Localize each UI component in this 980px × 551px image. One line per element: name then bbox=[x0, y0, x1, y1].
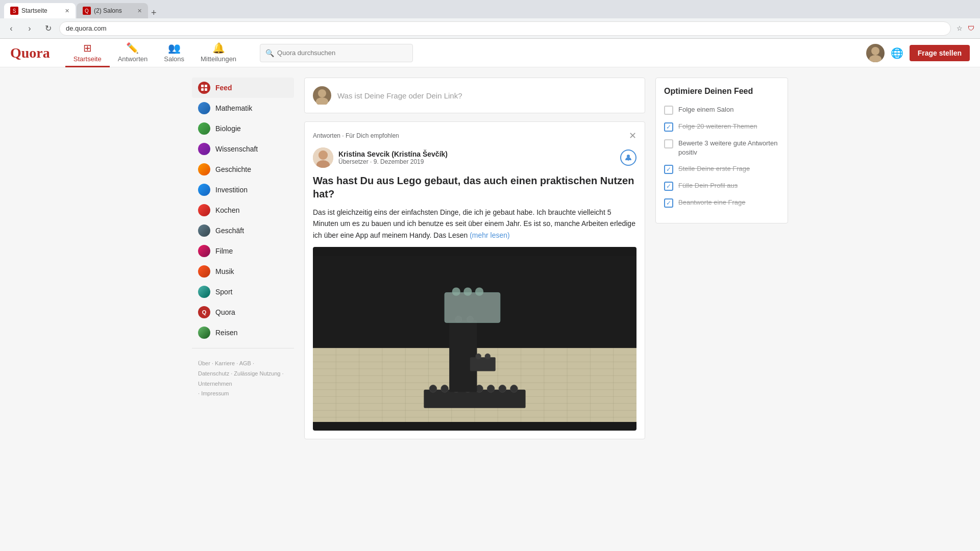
sidebar-item-investition[interactable]: Investition bbox=[192, 180, 294, 200]
author-role: Übersetzer bbox=[338, 158, 369, 165]
optimize-check-2[interactable] bbox=[664, 139, 673, 148]
sidebar-item-geschaeft[interactable]: Geschäft bbox=[192, 220, 294, 241]
tab-close-salons[interactable]: ✕ bbox=[137, 8, 142, 14]
sidebar-label-sport: Sport bbox=[215, 288, 232, 296]
question-title: Was hast Du aus Lego gebaut, das auch ei… bbox=[313, 174, 636, 201]
sidebar-item-kochen[interactable]: Kochen bbox=[192, 200, 294, 220]
sidebar-item-wissenschaft[interactable]: Wissenschaft bbox=[192, 139, 294, 159]
read-more-link[interactable]: (mehr lesen) bbox=[470, 231, 510, 239]
ask-box[interactable]: Was ist Deine Frage oder Dein Link? bbox=[304, 78, 645, 113]
film-icon bbox=[198, 245, 210, 257]
salons-icon: 👥 bbox=[168, 42, 181, 54]
sidebar-item-feed[interactable]: Feed bbox=[192, 78, 294, 98]
tab-label-startseite: Startseite bbox=[21, 7, 47, 14]
footer-link-impressum[interactable]: Impressum bbox=[201, 390, 229, 396]
lego-svg-image bbox=[313, 247, 636, 431]
home-icon: ⊞ bbox=[83, 42, 92, 54]
nav-label-mitteilungen: Mitteilungen bbox=[201, 55, 236, 63]
svg-point-11 bbox=[318, 151, 328, 160]
math-icon bbox=[198, 102, 210, 114]
page-layout: Feed Mathematik Biologie Wissenschaft Ge… bbox=[184, 67, 796, 449]
answer-card: Antworten · Für Dich empfohlen ✕ Kristin… bbox=[304, 121, 645, 439]
quora-sidebar-icon: Q bbox=[198, 306, 210, 318]
optimize-label-5: Beantworte eine Frage bbox=[678, 198, 746, 207]
bookmark-icon[interactable]: ☆ bbox=[955, 24, 964, 32]
browser-toolbar: ‹ › ↻ ☆ 🛡 bbox=[0, 18, 980, 39]
optimize-label-3: Stelle Deine erste Frage bbox=[678, 164, 750, 173]
language-icon[interactable]: 🌐 bbox=[891, 47, 903, 59]
optimize-label-2: Bewerte 3 weitere gute Antworten positiv bbox=[678, 139, 779, 157]
optimize-check-0[interactable] bbox=[664, 106, 673, 115]
optimize-item-5: ✓ Beantworte eine Frage bbox=[664, 198, 779, 208]
ask-box-placeholder[interactable]: Was ist Deine Frage oder Dein Link? bbox=[337, 91, 636, 100]
svg-point-56 bbox=[475, 288, 483, 296]
tab-startseite[interactable]: S Startseite ✕ bbox=[4, 3, 76, 18]
svg-rect-2 bbox=[201, 85, 204, 87]
footer-link-unternehmen[interactable]: Unternehmen bbox=[198, 381, 232, 387]
footer-link-nutzung[interactable]: Zulässige Nutzung bbox=[234, 370, 280, 377]
svg-rect-4 bbox=[201, 88, 204, 91]
nav-salons[interactable]: 👥 Salons bbox=[156, 39, 192, 67]
optimize-item-4: ✓ Fülle Dein Profil aus bbox=[664, 181, 779, 191]
sidebar-item-quora[interactable]: Q Quora bbox=[192, 302, 294, 322]
address-bar[interactable] bbox=[59, 21, 951, 36]
sidebar-footer: Über · Karriere · AGB · Datenschutz · Zu… bbox=[192, 354, 294, 404]
sidebar-label-mathematik: Mathematik bbox=[215, 104, 252, 112]
new-tab-button[interactable]: + bbox=[149, 8, 159, 18]
forward-button[interactable]: › bbox=[22, 21, 37, 36]
tab-salons[interactable]: Q (2) Salons ✕ bbox=[77, 3, 148, 18]
svg-point-42 bbox=[441, 385, 448, 392]
svg-rect-49 bbox=[449, 320, 477, 392]
tab-close-startseite[interactable]: ✕ bbox=[65, 8, 69, 14]
follow-author-button[interactable] bbox=[620, 149, 636, 166]
author-avatar bbox=[313, 147, 333, 168]
svg-point-7 bbox=[316, 97, 328, 105]
footer-link-datenschutz[interactable]: Datenschutz bbox=[198, 370, 229, 377]
nav-mitteilungen[interactable]: 🔔 Mitteilungen bbox=[192, 39, 244, 67]
optimize-check-1[interactable]: ✓ bbox=[664, 122, 673, 132]
footer-link-karriere[interactable]: Karriere bbox=[215, 360, 235, 366]
svg-point-1 bbox=[869, 55, 881, 62]
right-sidebar: Optimiere Deinen Feed Folge einem Salon … bbox=[655, 78, 788, 439]
sidebar-item-biologie[interactable]: Biologie bbox=[192, 118, 294, 139]
sidebar-label-feed: Feed bbox=[215, 84, 232, 92]
card-header: Antworten · Für Dich empfohlen ✕ bbox=[313, 130, 636, 141]
sci-icon bbox=[198, 143, 210, 155]
optimize-check-5[interactable]: ✓ bbox=[664, 198, 673, 208]
sidebar-label-wissenschaft: Wissenschaft bbox=[215, 145, 258, 153]
card-close-button[interactable]: ✕ bbox=[629, 130, 636, 141]
optimize-label-4: Fülle Dein Profil aus bbox=[678, 181, 738, 190]
footer-link-agb[interactable]: AGB bbox=[239, 360, 251, 366]
quora-header: Quora ⊞ Startseite ✏️ Antworten 👥 Salons… bbox=[0, 39, 980, 67]
nav-startseite[interactable]: ⊞ Startseite bbox=[65, 39, 110, 67]
back-button[interactable]: ‹ bbox=[4, 21, 18, 36]
svg-point-59 bbox=[485, 354, 491, 359]
sidebar-label-biologie: Biologie bbox=[215, 124, 241, 133]
sidebar-label-geschichte: Geschichte bbox=[215, 165, 251, 173]
quora-logo[interactable]: Quora bbox=[10, 45, 50, 61]
ask-button[interactable]: Frage stellen bbox=[910, 45, 970, 61]
sidebar-item-musik[interactable]: Musik bbox=[192, 261, 294, 282]
nav-label-salons: Salons bbox=[164, 55, 184, 63]
sidebar-item-mathematik[interactable]: Mathematik bbox=[192, 98, 294, 118]
optimize-item-0: Folge einem Salon bbox=[664, 105, 779, 115]
search-bar[interactable]: 🔍 bbox=[260, 44, 413, 62]
refresh-button[interactable]: ↻ bbox=[41, 21, 55, 36]
tab-favicon-startseite: S bbox=[10, 7, 18, 15]
svg-point-48 bbox=[510, 385, 518, 392]
search-input[interactable] bbox=[277, 49, 407, 57]
sidebar-item-geschichte[interactable]: Geschichte bbox=[192, 159, 294, 180]
optimize-label-1: Folge 20 weiteren Themen bbox=[678, 122, 757, 131]
sidebar-item-sport[interactable]: Sport bbox=[192, 282, 294, 302]
bio-icon bbox=[198, 122, 210, 135]
sidebar-item-reisen[interactable]: Reisen bbox=[192, 322, 294, 343]
optimize-check-3[interactable]: ✓ bbox=[664, 165, 673, 174]
avatar[interactable] bbox=[866, 44, 885, 62]
tab-label-salons: (2) Salons bbox=[94, 7, 122, 14]
author-name: Kristina Sevcik (Kristína Ševčík) bbox=[338, 150, 615, 158]
footer-link-ueber[interactable]: Über bbox=[198, 360, 210, 366]
optimize-check-4[interactable]: ✓ bbox=[664, 182, 673, 191]
nav-antworten[interactable]: ✏️ Antworten bbox=[110, 39, 156, 67]
sidebar-item-filme[interactable]: Filme bbox=[192, 241, 294, 261]
optimize-title: Optimiere Deinen Feed bbox=[664, 86, 779, 97]
